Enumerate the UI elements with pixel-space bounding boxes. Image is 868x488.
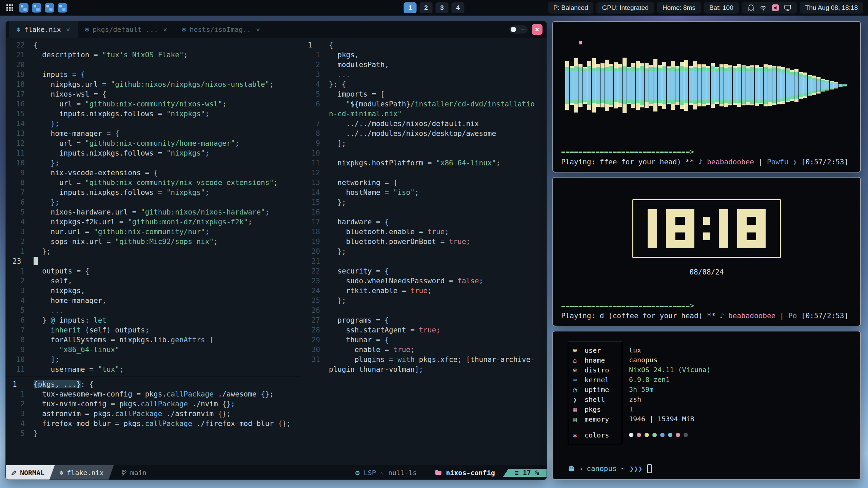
shell-prompt[interactable]: → canopus ~ ❯❯❯ (568, 464, 851, 474)
fetch-row-colors: ✱colors (573, 430, 622, 440)
line-number: 3 (9, 227, 31, 237)
text-token: security (329, 267, 372, 275)
line-number: 4 (9, 217, 31, 227)
clock-digit (737, 209, 766, 248)
music-visualizer-window[interactable]: ==============================> Playing:… (552, 21, 861, 172)
workspace-app-icon[interactable] (58, 3, 67, 13)
clock-cell (747, 209, 756, 217)
visualizer-bar (680, 71, 684, 100)
tab-label: hosts/isoImag.. (190, 25, 251, 34)
line-number: 17 (9, 89, 31, 99)
line-number: 5 (9, 306, 31, 316)
text-token: nur.url (34, 228, 81, 236)
visualizer-bar (565, 67, 569, 71)
tag-button-1[interactable]: 1 (404, 2, 417, 13)
editor-pane-pkgs-default[interactable]: 1{pkgs, ...}: {1 tux-awesome-wm-config =… (6, 377, 301, 465)
visualizer-bar (737, 103, 741, 107)
line-number: 11 (9, 148, 31, 158)
visualizer-bar (667, 71, 671, 100)
tab-label: pkgs/default ... (93, 25, 158, 34)
visualizer-bar (755, 71, 759, 100)
visualizer-bar (803, 93, 807, 96)
clock-window[interactable]: 08/08/24 ==============================>… (552, 177, 861, 326)
status-chip[interactable]: Home: 8ms (657, 2, 701, 14)
visualizer-bar (781, 69, 785, 73)
fetch-window[interactable]: ☻user⌂hname❄distro⌨kernel◔uptime❯shell▦p… (552, 331, 861, 480)
visualizer-column (733, 66, 737, 105)
music-progress-bar: ==============================> (561, 147, 852, 157)
text-token: ]; (415, 365, 423, 373)
line-number: 2 (9, 399, 31, 409)
text-token: "github:Mic92/sops-nix" (115, 238, 214, 246)
text-token: " (329, 100, 350, 108)
text-token: = (397, 287, 410, 295)
line-number: 23 (9, 257, 31, 266)
tab-close-icon[interactable]: × (66, 25, 70, 34)
text-token: networking (329, 179, 380, 187)
tag-button-3[interactable]: 3 (436, 2, 449, 13)
visualizer-bar (640, 63, 644, 66)
visualizer-bar (799, 77, 803, 94)
code-text: url = "github:nix-community/nixos-wsl"; (34, 99, 226, 109)
visualizer-column (715, 67, 719, 104)
tab-close-icon[interactable]: × (256, 25, 260, 34)
editor-tab[interactable]: ❄pkgs/default ...× (78, 21, 175, 38)
clock-digit (666, 209, 694, 248)
clock-cell (719, 232, 728, 240)
visualizer-bar (614, 68, 618, 71)
tag-button-4[interactable]: 4 (452, 2, 465, 13)
line-number: 10 (9, 158, 31, 168)
visualizer-bar (671, 61, 675, 67)
editor-pane-flake-nix[interactable]: 22{21 description = "tux's NixOS Flake";… (6, 38, 301, 377)
text-token: sops-nix.url (34, 238, 102, 246)
workspace-app-icon[interactable] (32, 3, 41, 13)
text-token: = { (372, 267, 389, 275)
fetch-value: canopus (629, 355, 711, 365)
editor-pane-iso-image[interactable]: 1{1 pkgs,2 modulesPath,3 ...4}: {5 impor… (301, 38, 547, 465)
text-token: = (384, 355, 397, 364)
code-text: nixpkgs.hostPlatform = "x86_64-linux"; (329, 158, 500, 168)
tag-button-2[interactable]: 2 (420, 2, 433, 13)
text-token: beabadoobee (728, 311, 775, 321)
visualizer-bar (583, 71, 587, 100)
theme-toggle[interactable] (509, 25, 528, 34)
workspace-app-icon[interactable] (45, 3, 54, 13)
code-line: plugin thunar-volman]; (304, 365, 547, 374)
visualizer-bar (671, 71, 675, 100)
system-fetch: ☻user⌂hname❄distro⌨kernel◔uptime❯shell▦p… (568, 342, 851, 444)
app-launcher-icon[interactable] (5, 3, 15, 13)
visualizer-bar (689, 71, 693, 100)
visualizer-bar (609, 105, 613, 107)
status-chip[interactable]: Bat: 100 (704, 2, 739, 14)
tray-icons[interactable] (742, 2, 797, 14)
fetch-value: 1 (629, 404, 711, 414)
editor-tab[interactable]: ❄flake.nix× (9, 21, 78, 38)
window-controls: × (509, 21, 547, 38)
window-close-button[interactable]: × (532, 24, 542, 35)
text-token: ; (205, 228, 210, 236)
code-line: 21 (304, 257, 547, 266)
visualizer-bar (719, 67, 724, 71)
visualizer-bar (764, 104, 768, 106)
code-line: 2 sops-nix.url = "github:Mic92/sops-nix"… (9, 237, 301, 247)
clock-cell (666, 209, 675, 217)
visualizer-bar (592, 68, 596, 71)
workspace-app-icon[interactable] (19, 3, 28, 13)
text-token: home-manager (34, 297, 102, 305)
clock-cell (675, 232, 685, 240)
text-token: enable (329, 346, 380, 354)
text-token: true (410, 287, 428, 295)
code-line: 23 sudo.wheelNeedsPassword = false; (304, 276, 547, 286)
line-number: 1 (9, 247, 31, 257)
status-chip[interactable]: P: Balanced (548, 2, 593, 14)
text-token: ; (269, 80, 274, 88)
visualizer-bar (724, 64, 728, 68)
fetch-label: colors (585, 431, 609, 439)
visualizer-bar (794, 95, 798, 99)
neovim-window[interactable]: ❄flake.nix×❄pkgs/default ...×❄hosts/isoI… (5, 21, 547, 480)
tab-close-icon[interactable]: × (163, 25, 167, 34)
line-number: 10 (304, 148, 326, 158)
editor-tab[interactable]: ❄hosts/isoImag..× (175, 21, 268, 38)
status-chip[interactable]: GPU: Integrated (596, 2, 654, 14)
code-line: 18 bluetooth.enable = true; (304, 227, 547, 237)
